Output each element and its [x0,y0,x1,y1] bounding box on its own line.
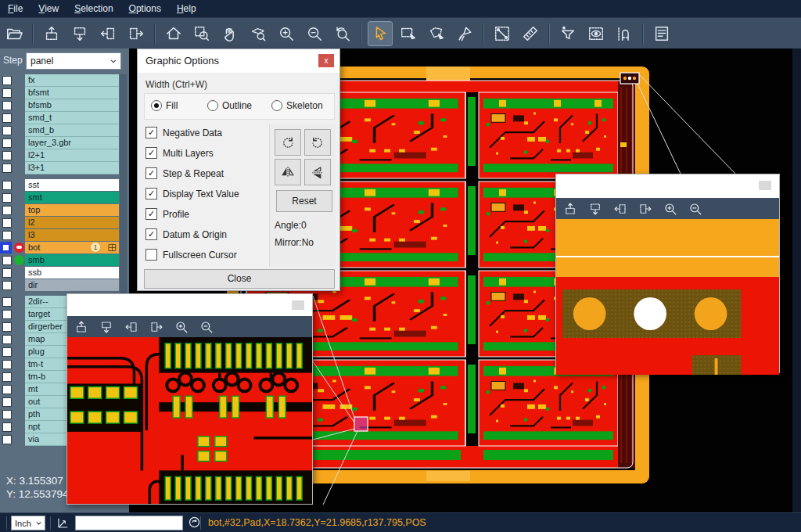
refresh-icon[interactable] [188,516,201,529]
pan-right-icon[interactable] [147,318,166,336]
layer-row-bfsmt[interactable]: bfsmt [0,87,129,99]
open-folder-icon[interactable] [2,22,26,45]
layer-checkbox[interactable] [2,231,12,240]
option-negative-data[interactable]: ✓Negative Data [145,127,222,138]
layer-checkbox[interactable] [2,310,12,319]
layer-checkbox[interactable] [2,88,12,98]
menu-file[interactable]: File [0,1,31,16]
menu-help[interactable]: Help [169,1,204,16]
checkbox[interactable] [145,249,157,261]
layer-name[interactable]: l3+1 [25,162,119,174]
clean-brush-icon[interactable] [453,22,476,45]
reset-button[interactable]: Reset [276,190,332,212]
mirror-vertical-button[interactable] [304,159,331,185]
pan-down-icon[interactable] [586,200,605,218]
snap-magnet-icon[interactable] [612,22,636,45]
pan-down-icon[interactable] [97,318,116,336]
zoom-out-icon[interactable] [303,22,326,45]
zoom-previous-icon[interactable] [331,22,354,45]
layer-checkbox[interactable] [2,422,12,432]
canvas-right-scrollbar[interactable] [792,49,801,512]
checkbox[interactable]: ✓ [145,208,157,220]
zoom-in-icon[interactable] [172,318,191,336]
zoom-window-titlebar[interactable] [556,174,779,198]
layer-checkbox[interactable] [2,138,12,148]
option-fullscreen-cursor[interactable]: Fullscreen Cursor [145,249,237,261]
layer-checkbox[interactable] [2,101,12,110]
layer-checkbox[interactable] [2,297,12,307]
layer-checkbox[interactable] [2,360,12,369]
select-cursor-icon[interactable] [368,22,392,45]
layer-checkbox[interactable] [2,397,12,407]
option-profile[interactable]: ✓Profile [145,208,189,220]
layer-checkbox[interactable] [2,435,12,444]
pan-left-icon[interactable] [611,200,630,218]
layer-checkbox[interactable] [2,164,12,173]
layer-checkbox[interactable] [2,218,12,228]
pan-up-icon[interactable] [40,22,63,45]
zoom-object-icon[interactable] [246,22,270,45]
layer-checkbox[interactable] [2,322,12,332]
layer-name[interactable]: layer_3.gbr [25,137,119,149]
radio-option-skeleton[interactable]: Skeleton [271,100,323,111]
pan-right-icon[interactable] [636,200,655,218]
option-datum-origin[interactable]: ✓Datum & Origin [145,228,227,240]
close-button[interactable]: Close [144,269,335,289]
measure-distance-icon[interactable] [490,22,514,45]
radio-fill[interactable] [151,100,162,111]
layer-row-l3+1[interactable]: l3+1 [0,162,129,174]
layer-row-smt[interactable]: smt [0,192,129,204]
filter-icon[interactable] [556,22,580,45]
home-icon[interactable] [162,22,185,45]
checkbox[interactable]: ✓ [145,188,157,200]
layer-checkbox[interactable] [2,385,12,394]
layer-row-fx[interactable]: fx [0,74,129,87]
radio-option-outline[interactable]: Outline [207,100,252,111]
layer-name[interactable]: smd_t [25,112,119,124]
layer-name[interactable]: smt [25,192,119,204]
zoom-window-fiducial[interactable] [555,174,780,373]
layer-name[interactable]: sst [25,179,119,192]
pan-up-icon[interactable] [561,200,580,218]
layer-checkbox[interactable] [2,335,12,344]
pan-up-icon[interactable] [72,318,91,336]
option-multi-layers[interactable]: ✓Multi Layers [145,147,214,159]
zoom-window-view[interactable] [67,337,312,504]
rect-select-icon[interactable] [397,22,420,45]
zoom-out-icon[interactable] [197,318,216,336]
layer-row-top[interactable]: top [0,204,129,217]
layer-checkbox[interactable] [2,281,12,290]
layer-checkbox[interactable] [2,126,12,135]
close-icon[interactable]: x [318,54,334,67]
zoom-region-icon[interactable] [190,22,214,45]
step-select[interactable]: panel [26,52,121,70]
layer-row-smd_t[interactable]: smd_t [0,112,129,124]
checkbox[interactable]: ✓ [145,228,157,240]
layer-name[interactable]: l2 [25,217,119,229]
zoom-in-icon[interactable] [661,200,680,218]
layers-panel-icon[interactable] [650,22,673,45]
menu-view[interactable]: View [31,1,66,16]
rotate-ccw-button[interactable] [304,129,331,156]
option-step-repeat[interactable]: ✓Step & Repeat [145,167,224,179]
radio-option-fill[interactable]: Fill [151,100,178,111]
layer-checkbox[interactable] [0,242,12,253]
layer-row-smd_b[interactable]: smd_b [0,124,129,137]
pan-left-icon[interactable] [96,22,120,45]
layer-checkbox[interactable] [2,181,12,190]
layer-checkbox[interactable] [2,113,12,123]
layer-row-layer_3.gbr[interactable]: layer_3.gbr [0,137,129,149]
layer-name[interactable]: smd_b [25,124,119,137]
layer-checkbox[interactable] [2,256,12,265]
layer-name[interactable]: smb [25,254,119,267]
mirror-horizontal-button[interactable] [275,159,301,185]
layer-row-ssb[interactable]: ssb [0,267,129,279]
ruler-icon[interactable] [519,22,542,45]
window-button[interactable] [292,300,304,310]
zoom-window-view[interactable] [556,219,779,375]
layer-name[interactable]: fx [25,74,119,87]
layer-checkbox[interactable] [2,206,12,215]
zoom-out-icon[interactable] [686,200,705,218]
layer-checkbox[interactable] [2,151,12,160]
window-button[interactable] [759,181,771,190]
